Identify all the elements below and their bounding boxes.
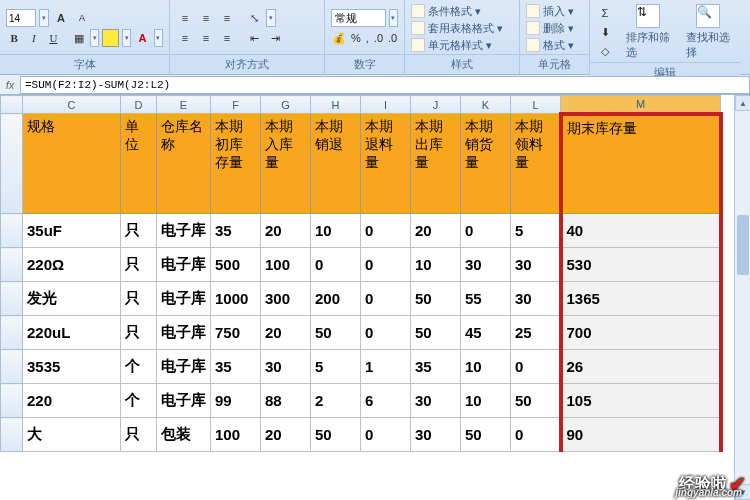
cell[interactable]: 88	[261, 384, 311, 418]
cell[interactable]: 30	[261, 350, 311, 384]
col-header-J[interactable]: J	[411, 96, 461, 114]
cell[interactable]: 25	[511, 316, 561, 350]
cell[interactable]: 30	[511, 282, 561, 316]
align-right-icon[interactable]: ≡	[218, 29, 236, 47]
cell[interactable]: 530	[561, 248, 721, 282]
decrease-indent-icon[interactable]: ⇤	[245, 29, 263, 47]
cell[interactable]: 50	[461, 418, 511, 452]
cell[interactable]: 220uL	[23, 316, 121, 350]
cell[interactable]: 只	[121, 248, 157, 282]
row-header[interactable]	[1, 282, 23, 316]
font-size-input[interactable]: 14	[6, 9, 36, 27]
cell[interactable]: 50	[311, 316, 361, 350]
format-button[interactable]: 格式▾	[526, 37, 583, 54]
find-select-button[interactable]: 🔍 查找和选择	[682, 2, 734, 62]
percent-icon[interactable]: %	[350, 29, 362, 47]
header-sales-return[interactable]: 本期销退	[311, 114, 361, 214]
underline-button[interactable]: U	[45, 29, 62, 47]
cell[interactable]: 电子库	[157, 282, 211, 316]
cell[interactable]: 电子库	[157, 350, 211, 384]
cell[interactable]: 0	[361, 316, 411, 350]
header-out[interactable]: 本期出库量	[411, 114, 461, 214]
align-center-icon[interactable]: ≡	[197, 29, 215, 47]
align-bottom-icon[interactable]: ≡	[218, 9, 236, 27]
cell[interactable]: 10	[461, 350, 511, 384]
cell[interactable]: 90	[561, 418, 721, 452]
cell[interactable]: 700	[561, 316, 721, 350]
cell[interactable]: 10	[461, 384, 511, 418]
cell[interactable]: 发光	[23, 282, 121, 316]
row-header[interactable]	[1, 418, 23, 452]
cell[interactable]: 大	[23, 418, 121, 452]
cell[interactable]: 只	[121, 316, 157, 350]
cell[interactable]: 1	[361, 350, 411, 384]
cell[interactable]: 45	[461, 316, 511, 350]
cell[interactable]: 50	[411, 316, 461, 350]
cell[interactable]: 50	[411, 282, 461, 316]
col-header-E[interactable]: E	[157, 96, 211, 114]
col-header-K[interactable]: K	[461, 96, 511, 114]
cell[interactable]: 只	[121, 418, 157, 452]
cell[interactable]: 105	[561, 384, 721, 418]
bold-button[interactable]: B	[6, 29, 23, 47]
row-header[interactable]	[1, 214, 23, 248]
orientation-dropdown[interactable]: ▾	[266, 9, 276, 27]
cell[interactable]: 电子库	[157, 248, 211, 282]
col-header-I[interactable]: I	[361, 96, 411, 114]
number-format-select[interactable]: 常规	[331, 9, 386, 27]
cell[interactable]: 300	[261, 282, 311, 316]
cell[interactable]: 500	[211, 248, 261, 282]
border-button[interactable]: ▦	[71, 29, 88, 47]
cell[interactable]: 只	[121, 214, 157, 248]
cell[interactable]: 20	[261, 214, 311, 248]
cell[interactable]: 0	[461, 214, 511, 248]
align-left-icon[interactable]: ≡	[176, 29, 194, 47]
comma-icon[interactable]: ,	[365, 29, 370, 47]
cell[interactable]: 40	[561, 214, 721, 248]
cell[interactable]: 26	[561, 350, 721, 384]
increase-decimal-icon[interactable]: .0	[373, 29, 384, 47]
header-end-stock[interactable]: 期末库存量	[561, 114, 721, 214]
header-material-return[interactable]: 本期退料量	[361, 114, 411, 214]
cell[interactable]: 50	[311, 418, 361, 452]
cell[interactable]: 电子库	[157, 384, 211, 418]
cell[interactable]: 包装	[157, 418, 211, 452]
cell[interactable]: 100	[211, 418, 261, 452]
cell[interactable]: 35uF	[23, 214, 121, 248]
cell[interactable]: 1000	[211, 282, 261, 316]
cell[interactable]: 30	[511, 248, 561, 282]
cell[interactable]: 50	[511, 384, 561, 418]
row-header[interactable]	[1, 248, 23, 282]
cell[interactable]: 55	[461, 282, 511, 316]
header-unit[interactable]: 单位	[121, 114, 157, 214]
decrease-decimal-icon[interactable]: .0	[387, 29, 398, 47]
font-color-button[interactable]: A	[134, 29, 151, 47]
cell[interactable]: 30	[461, 248, 511, 282]
cell[interactable]: 20	[261, 418, 311, 452]
row-header-1[interactable]	[1, 114, 23, 214]
select-all-corner[interactable]	[1, 96, 23, 114]
cell[interactable]: 35	[211, 350, 261, 384]
align-top-icon[interactable]: ≡	[176, 9, 194, 27]
cell[interactable]: 30	[411, 384, 461, 418]
cell-styles-button[interactable]: 单元格样式▾	[411, 37, 513, 54]
font-color-dropdown[interactable]: ▾	[154, 29, 163, 47]
cell[interactable]: 1365	[561, 282, 721, 316]
cell[interactable]: 750	[211, 316, 261, 350]
cell[interactable]: 20	[261, 316, 311, 350]
format-as-table-button[interactable]: 套用表格格式▾	[411, 20, 513, 37]
col-header-H[interactable]: H	[311, 96, 361, 114]
cell[interactable]: 0	[361, 214, 411, 248]
cell[interactable]: 99	[211, 384, 261, 418]
vertical-scrollbar[interactable]: ▲ ▼	[734, 95, 750, 500]
cell[interactable]: 35	[211, 214, 261, 248]
fx-icon[interactable]: fx	[0, 79, 20, 91]
header-spec[interactable]: 规格	[23, 114, 121, 214]
insert-button[interactable]: 插入▾	[526, 3, 583, 20]
conditional-format-button[interactable]: 条件格式▾	[411, 3, 513, 20]
col-header-C[interactable]: C	[23, 96, 121, 114]
scroll-thumb[interactable]	[737, 215, 749, 275]
cell[interactable]: 200	[311, 282, 361, 316]
cell[interactable]: 220	[23, 384, 121, 418]
font-size-dropdown[interactable]: ▾	[39, 9, 49, 27]
